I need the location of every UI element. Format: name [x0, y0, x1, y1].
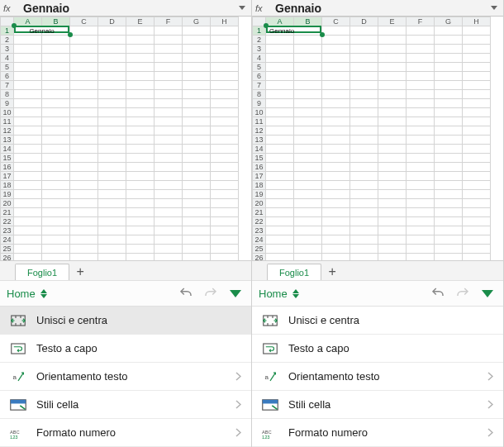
cell[interactable]	[14, 99, 42, 108]
row-header-26[interactable]: 26	[1, 254, 14, 261]
cell[interactable]	[183, 36, 211, 45]
cell[interactable]	[14, 45, 42, 54]
cell[interactable]	[294, 163, 322, 172]
cell[interactable]	[463, 254, 491, 261]
collapse-toolbar-button[interactable]	[226, 284, 245, 302]
cell[interactable]	[155, 117, 183, 126]
cell[interactable]	[435, 199, 463, 208]
cell[interactable]	[14, 163, 42, 172]
row-header-15[interactable]: 15	[253, 154, 266, 163]
cell[interactable]	[98, 126, 126, 136]
cell[interactable]	[294, 117, 322, 126]
cell[interactable]	[294, 254, 322, 261]
cell[interactable]	[183, 163, 211, 172]
cell[interactable]	[14, 108, 42, 117]
cell[interactable]	[350, 226, 378, 235]
formula-dropdown[interactable]	[236, 2, 248, 14]
cell[interactable]	[42, 108, 70, 117]
cell[interactable]	[98, 81, 126, 90]
cell[interactable]	[322, 163, 350, 172]
cell[interactable]	[14, 90, 42, 99]
cell[interactable]	[126, 36, 155, 45]
row-header-14[interactable]: 14	[253, 145, 266, 154]
cell[interactable]	[126, 117, 155, 126]
cell[interactable]	[322, 117, 350, 126]
cell[interactable]	[211, 117, 239, 126]
add-sheet-button[interactable]: +	[69, 264, 91, 280]
cell[interactable]	[322, 199, 350, 208]
cell[interactable]	[407, 63, 435, 72]
cell[interactable]	[350, 199, 378, 208]
cell[interactable]	[378, 26, 407, 36]
cell[interactable]	[126, 45, 155, 54]
cell[interactable]	[70, 154, 98, 163]
cell[interactable]	[378, 163, 407, 172]
cell[interactable]	[378, 81, 407, 90]
cell[interactable]	[378, 154, 407, 163]
cell[interactable]	[407, 154, 435, 163]
menu-item-wrap[interactable]: Testo a capo	[252, 335, 503, 363]
cell[interactable]	[155, 254, 183, 261]
cell[interactable]	[155, 245, 183, 254]
cell[interactable]	[183, 26, 211, 36]
cell[interactable]	[322, 235, 350, 245]
cell[interactable]	[183, 45, 211, 54]
cell[interactable]	[378, 54, 407, 63]
undo-button[interactable]	[177, 284, 195, 302]
cell[interactable]	[70, 108, 98, 117]
row-header-10[interactable]: 10	[253, 108, 266, 117]
cell[interactable]	[155, 181, 183, 190]
cell[interactable]	[155, 36, 183, 45]
cell[interactable]	[14, 208, 42, 217]
cell[interactable]	[42, 72, 70, 81]
cell[interactable]	[435, 108, 463, 117]
column-header-g[interactable]: G	[183, 17, 211, 26]
cell[interactable]	[42, 154, 70, 163]
cell[interactable]	[463, 163, 491, 172]
redo-button[interactable]	[202, 284, 220, 302]
cell[interactable]	[378, 190, 407, 199]
row-header-23[interactable]: 23	[253, 226, 266, 235]
row-header-3[interactable]: 3	[253, 45, 266, 54]
cell[interactable]	[463, 181, 491, 190]
cell[interactable]	[322, 154, 350, 163]
cell[interactable]	[322, 36, 350, 45]
cell[interactable]	[98, 190, 126, 199]
cell[interactable]	[463, 245, 491, 254]
cell[interactable]	[294, 145, 322, 154]
cell[interactable]	[350, 54, 378, 63]
column-header-c[interactable]: C	[322, 17, 350, 26]
cell[interactable]	[98, 90, 126, 99]
cell[interactable]	[266, 63, 294, 72]
cell[interactable]	[183, 181, 211, 190]
cell[interactable]	[463, 217, 491, 226]
cell[interactable]	[211, 226, 239, 235]
cell[interactable]	[126, 226, 155, 235]
cell[interactable]	[126, 63, 155, 72]
cell[interactable]	[211, 126, 239, 136]
cell[interactable]	[98, 154, 126, 163]
cell[interactable]	[183, 190, 211, 199]
cell[interactable]	[42, 208, 70, 217]
column-header-g[interactable]: G	[435, 17, 463, 26]
cell[interactable]	[211, 136, 239, 145]
cell[interactable]	[294, 72, 322, 81]
cell[interactable]	[126, 26, 155, 36]
cell[interactable]	[435, 72, 463, 81]
cell[interactable]	[183, 90, 211, 99]
cell[interactable]	[42, 199, 70, 208]
cell[interactable]	[183, 72, 211, 81]
cell[interactable]	[183, 245, 211, 254]
cell[interactable]	[155, 26, 183, 36]
cell[interactable]	[266, 99, 294, 108]
cell[interactable]	[14, 126, 42, 136]
cell[interactable]	[435, 145, 463, 154]
cell[interactable]	[126, 199, 155, 208]
cell[interactable]	[70, 199, 98, 208]
row-header-22[interactable]: 22	[1, 217, 14, 226]
cell[interactable]	[98, 254, 126, 261]
cell[interactable]	[211, 145, 239, 154]
cell[interactable]	[70, 72, 98, 81]
cell[interactable]	[98, 226, 126, 235]
cell[interactable]	[294, 63, 322, 72]
